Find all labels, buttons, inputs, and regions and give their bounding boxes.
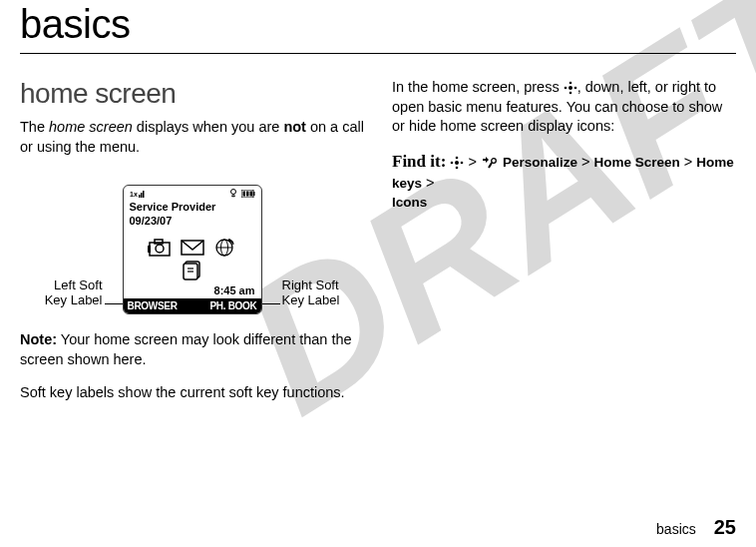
date-text: 09/23/07	[130, 215, 255, 229]
alert-icon	[228, 189, 238, 199]
svg-point-25	[568, 92, 571, 95]
phone-illustration: Left Soft Key Label 1x	[20, 185, 364, 314]
intro-paragraph: The home screen displays when you are no…	[20, 118, 364, 157]
softkey-left: BROWSER	[128, 300, 178, 311]
svg-rect-7	[242, 191, 245, 196]
svg-point-33	[492, 159, 497, 164]
svg-point-24	[568, 82, 571, 85]
svg-point-12	[156, 245, 164, 253]
phone-provider-block: Service Provider 09/23/07	[124, 199, 261, 229]
svg-rect-14	[148, 246, 151, 253]
status-right	[228, 189, 255, 199]
gt-4: >	[426, 175, 434, 191]
svg-point-27	[573, 87, 576, 90]
svg-point-23	[568, 86, 572, 90]
phone-menu-icons	[124, 237, 261, 280]
svg-rect-8	[246, 191, 249, 196]
intro-text-b: home screen	[49, 119, 133, 135]
svg-rect-9	[249, 191, 252, 196]
page-title: basics	[20, 2, 736, 47]
page-footer: basics 25	[656, 516, 736, 539]
softkey-bar: BROWSER PH. BOOK	[124, 298, 261, 313]
book-icon	[180, 259, 205, 280]
right-softkey-label: Right Soft Key Label	[282, 277, 358, 314]
battery-icon	[241, 190, 255, 198]
note-paragraph: Note: Your home screen may look differen…	[20, 330, 364, 369]
gt-3: >	[684, 154, 692, 170]
envelope-icon	[180, 237, 205, 259]
footer-text: basics	[656, 521, 696, 537]
softkey-right: PH. BOOK	[209, 300, 256, 311]
status-bar: 1x	[124, 186, 261, 199]
svg-point-30	[456, 167, 459, 170]
note-label: Note:	[20, 331, 57, 347]
left-column: home screen The home screen displays whe…	[20, 78, 364, 417]
dpad-icon-2	[450, 156, 464, 170]
phone-screen: 1x Service Provider 09/23/07	[123, 185, 262, 314]
left-connector	[105, 303, 123, 304]
right-label-line1: Right Soft	[282, 277, 339, 292]
section-heading: home screen	[20, 78, 364, 110]
svg-point-28	[455, 161, 459, 165]
title-rule	[20, 53, 736, 54]
find-it-line: Find it: > Personalize > Home Screen > H…	[392, 151, 736, 213]
left-label-line1: Left Soft	[54, 277, 102, 292]
right-connector	[262, 303, 280, 304]
svg-point-29	[456, 157, 459, 160]
page-number: 25	[714, 516, 736, 539]
gt-2: >	[581, 154, 589, 170]
svg-point-5	[230, 189, 235, 194]
intro-text-d: not	[283, 119, 306, 135]
svg-rect-2	[139, 195, 141, 198]
svg-rect-3	[141, 193, 143, 198]
path-home-screen: Home Screen	[593, 155, 679, 170]
camera-icon	[148, 237, 174, 259]
right-label-line2: Key Label	[282, 292, 340, 307]
time-text: 8:45 am	[124, 280, 261, 298]
intro-text-c: displays when you are	[133, 119, 284, 135]
svg-rect-4	[143, 191, 145, 198]
svg-text:1x: 1x	[130, 191, 138, 198]
right-column: In the home screen, press , down, left, …	[392, 78, 736, 417]
svg-rect-13	[155, 240, 163, 244]
path-personalize: Personalize	[503, 155, 577, 170]
gt-1: >	[468, 154, 476, 170]
tools-icon	[481, 156, 499, 170]
path-icons: Icons	[392, 195, 427, 210]
provider-text: Service Provider	[130, 201, 255, 215]
svg-point-32	[461, 162, 464, 165]
left-label-line2: Key Label	[45, 292, 103, 307]
svg-point-26	[564, 87, 567, 90]
find-it-label: Find it:	[392, 152, 446, 171]
note-text: Your home screen may look different than…	[20, 331, 352, 367]
signal-icon: 1x	[130, 188, 146, 199]
right-p1a: In the home screen, press	[392, 79, 564, 95]
svg-rect-10	[253, 192, 255, 196]
softkey-desc: Soft key labels show the current soft ke…	[20, 383, 364, 403]
svg-line-34	[489, 163, 492, 168]
dpad-icon	[564, 81, 577, 95]
left-softkey-label: Left Soft Key Label	[27, 277, 103, 314]
svg-point-31	[451, 162, 454, 165]
intro-text-a: The	[20, 119, 49, 135]
web-icon	[211, 237, 237, 259]
right-paragraph: In the home screen, press , down, left, …	[392, 78, 736, 137]
